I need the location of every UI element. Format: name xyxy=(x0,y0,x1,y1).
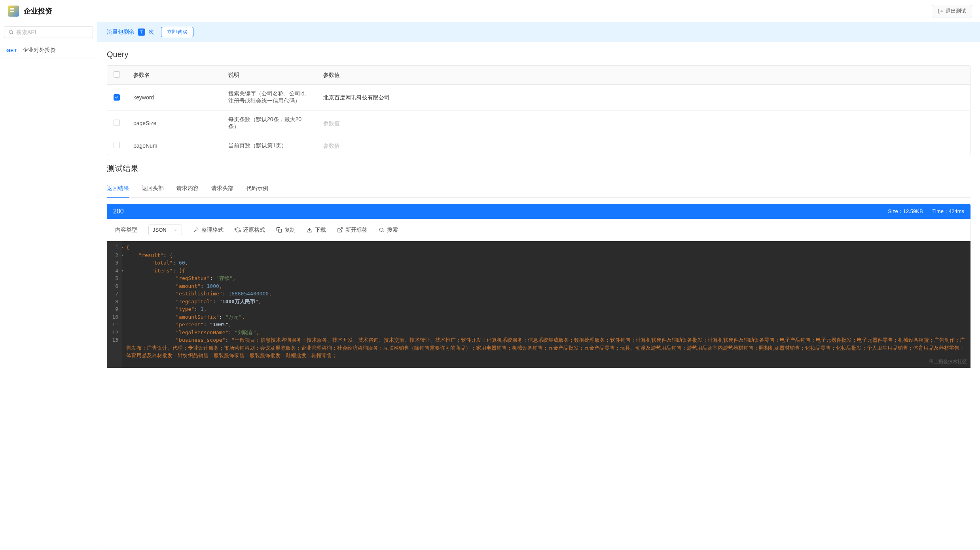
param-name-cell: pageSize xyxy=(127,110,222,136)
search-icon xyxy=(8,29,14,35)
search-icon xyxy=(379,227,385,233)
new-tab-button[interactable]: 新开标签 xyxy=(337,226,368,234)
search-in-result-button[interactable]: 搜索 xyxy=(379,226,398,234)
format-button[interactable]: 整理格式 xyxy=(193,226,224,234)
response-status-bar: 200 Size：12.59KB Time：424ms xyxy=(107,204,971,219)
param-checkbox[interactable] xyxy=(114,142,120,148)
buy-now-button[interactable]: 立即购买 xyxy=(161,27,193,37)
fold-marker-icon[interactable]: ▾ xyxy=(121,244,124,250)
sidebar: GET 企业对外投资 xyxy=(0,22,97,550)
traffic-bar: 流量包剩余 7 次 立即购买 xyxy=(97,22,980,42)
response-time: Time：424ms xyxy=(933,208,964,215)
traffic-unit-label: 次 xyxy=(148,29,154,36)
watermark: 稀土掘金技术社区 xyxy=(929,358,967,365)
wand-icon xyxy=(193,227,199,233)
param-desc-cell: 当前页数（默认第1页） xyxy=(222,136,317,155)
refresh-icon xyxy=(235,227,241,233)
status-code: 200 xyxy=(113,208,124,215)
param-name-cell: keyword xyxy=(127,85,222,110)
logo-icon xyxy=(8,6,19,17)
result-tabs: 返回结果 返回头部 请求内容 请求头部 代码示例 xyxy=(107,180,971,198)
header: 企业投资 退出测试 xyxy=(0,0,980,22)
restore-button[interactable]: 还原格式 xyxy=(235,226,265,234)
result-toolbar: 内容类型 JSON 整理格式 还原格式 复制 xyxy=(107,219,971,241)
response-size: Size：12.59KB xyxy=(888,208,923,215)
content-type-label: 内容类型 xyxy=(115,226,137,234)
param-desc-cell: 每页条数（默认20条，最大20条） xyxy=(222,110,317,136)
main-content: 流量包剩余 7 次 立即购买 Query 参数名 说明 参数值 xyxy=(97,22,980,550)
copy-button[interactable]: 复制 xyxy=(276,226,296,234)
api-name-label: 企业对外投资 xyxy=(23,47,56,54)
result-section-title: 测试结果 xyxy=(107,163,971,174)
traffic-count-badge: 7 xyxy=(138,29,145,36)
param-value-input[interactable] xyxy=(323,95,964,101)
fold-marker-icon[interactable]: ▾ xyxy=(121,268,124,274)
query-section: Query 参数名 说明 参数值 keyword xyxy=(97,42,980,155)
external-link-icon xyxy=(337,227,343,233)
response-body-editor[interactable]: 1▾ 2▾ 3 4▾ 5678910111213 { "result": { "… xyxy=(107,241,971,368)
svg-point-2 xyxy=(379,228,383,232)
param-row: keyword 搜索关键字（公司名称、公司id、注册号或社会统一信用代码） xyxy=(107,85,970,110)
search-api-input[interactable] xyxy=(16,29,89,35)
traffic-remaining-label: 流量包剩余 xyxy=(107,29,135,36)
download-button[interactable]: 下载 xyxy=(307,226,326,234)
svg-point-0 xyxy=(9,30,12,33)
param-value-input[interactable] xyxy=(323,143,964,149)
page-title: 企业投资 xyxy=(24,6,52,16)
param-name-header: 参数名 xyxy=(127,66,222,85)
search-api-input-wrap[interactable] xyxy=(4,26,93,38)
content-type-value: JSON xyxy=(153,227,167,233)
copy-icon xyxy=(276,227,282,233)
param-checkbox[interactable] xyxy=(114,94,120,101)
exit-test-label: 退出测试 xyxy=(946,8,966,15)
api-list-item[interactable]: GET 企业对外投资 xyxy=(0,42,97,59)
param-checkbox[interactable] xyxy=(114,120,120,126)
fold-marker-icon[interactable]: ▾ xyxy=(121,252,124,258)
param-value-input[interactable] xyxy=(323,120,964,126)
exit-test-button[interactable]: 退出测试 xyxy=(932,5,972,17)
result-section: 测试结果 返回结果 返回头部 请求内容 请求头部 代码示例 200 Size：1… xyxy=(97,155,980,368)
param-row: pageSize 每页条数（默认20条，最大20条） xyxy=(107,110,970,136)
param-name-cell: pageNum xyxy=(127,136,222,155)
code-content: { "result": { "total": 60, "items": [{ "… xyxy=(122,241,970,367)
param-desc-header: 说明 xyxy=(222,66,317,85)
param-desc-cell: 搜索关键字（公司名称、公司id、注册号或社会统一信用代码） xyxy=(222,85,317,110)
api-method-badge: GET xyxy=(6,48,17,53)
line-gutter: 1▾ 2▾ 3 4▾ 5678910111213 xyxy=(107,241,122,367)
svg-rect-1 xyxy=(278,229,281,232)
param-row: pageNum 当前页数（默认第1页） xyxy=(107,136,970,155)
tab-code-sample[interactable]: 代码示例 xyxy=(246,180,268,198)
tab-request-body[interactable]: 请求内容 xyxy=(176,180,199,198)
tab-response-headers[interactable]: 返回头部 xyxy=(142,180,164,198)
chevron-down-icon xyxy=(174,228,178,232)
content-type-select[interactable]: JSON xyxy=(148,225,182,235)
query-params-table: 参数名 说明 参数值 keyword 搜索关键字（公司名称、公司id、注册号或社… xyxy=(107,65,971,155)
logout-icon xyxy=(938,8,943,14)
download-icon xyxy=(307,227,313,233)
tab-request-headers[interactable]: 请求头部 xyxy=(211,180,233,198)
query-section-title: Query xyxy=(107,50,971,59)
tab-response-body[interactable]: 返回结果 xyxy=(107,180,129,198)
select-all-checkbox[interactable] xyxy=(114,71,120,78)
param-value-header: 参数值 xyxy=(317,66,970,85)
